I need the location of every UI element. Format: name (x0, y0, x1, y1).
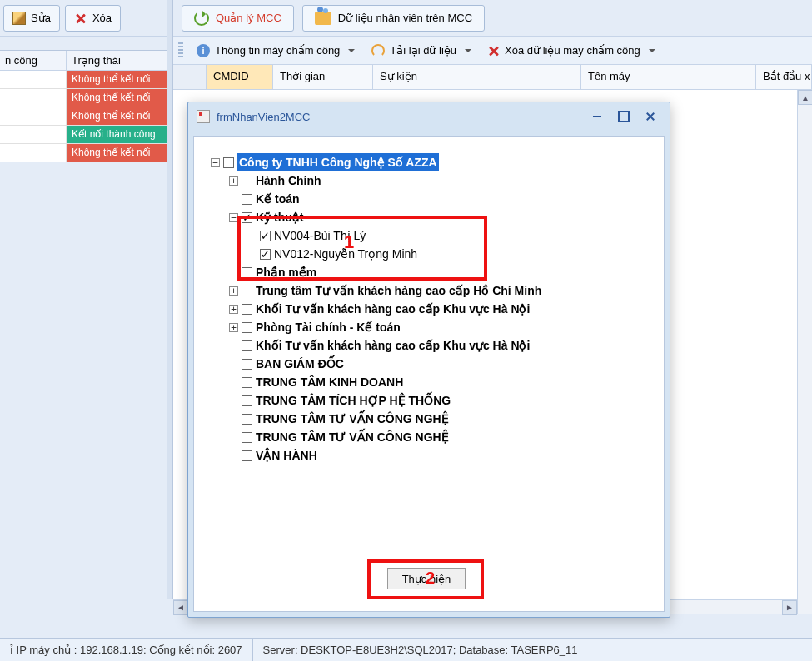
toolbar-grip[interactable] (178, 42, 183, 59)
status-cell (0, 107, 67, 126)
device-info-button[interactable]: Thông tin máy chấm công (190, 42, 361, 60)
checkbox[interactable] (242, 395, 252, 406)
maximize-button[interactable] (613, 108, 635, 125)
manage-mcc-button[interactable]: Quản lý MCC (182, 5, 294, 32)
checkbox[interactable] (242, 194, 252, 205)
checkbox[interactable] (223, 157, 234, 168)
checkbox[interactable] (242, 267, 252, 278)
checkbox[interactable] (242, 286, 252, 296)
tree-node[interactable]: VẬN HÀNH (211, 446, 647, 465)
expand-icon[interactable]: + (229, 323, 238, 332)
info-icon (197, 44, 210, 57)
clear-data-button[interactable]: Xóa dữ liệu máy chấm công (481, 42, 662, 59)
status-row[interactable]: Không thể kết nối (0, 71, 167, 89)
status-row[interactable]: Không thể kết nối (0, 144, 167, 162)
checkbox[interactable] (242, 377, 252, 388)
grid-col-start[interactable]: Bắt đầu x (756, 65, 812, 89)
status-bar: ỉ IP máy chủ : 192.168.1.19: Cổng kết nố… (0, 638, 812, 661)
tree-label: NV004-Bùi Thị Lý (274, 226, 366, 245)
status-row[interactable]: Không thể kết nối (0, 89, 167, 107)
checkbox[interactable] (242, 432, 252, 443)
grid-col-cmdid[interactable]: CMDID (207, 65, 273, 89)
expand-icon[interactable]: + (229, 286, 238, 296)
status-cell (0, 89, 67, 107)
checkbox[interactable] (242, 340, 252, 351)
status-grid-header: n công Trạng thái (0, 51, 167, 71)
execute-button[interactable]: Thực hiện (387, 568, 466, 589)
tree-node-employee[interactable]: NV012-Nguyễn Trọng Minh (211, 245, 647, 263)
delete-icon (74, 12, 87, 25)
vertical-splitter[interactable] (167, 0, 173, 599)
tree-label: Kỹ thuật (256, 208, 303, 226)
status-col2[interactable]: Trạng thái (67, 51, 167, 70)
device-info-label: Thông tin máy chấm công (215, 44, 340, 57)
minimize-button[interactable] (586, 108, 608, 125)
users-icon (315, 12, 331, 25)
status-grid: n công Trạng thái Không thể kết nốiKhông… (0, 50, 167, 162)
status-row[interactable]: Không thể kết nối (0, 107, 167, 126)
grid-col-event[interactable]: Sự kiện (373, 65, 581, 89)
grid-col-time[interactable]: Thời gian (273, 65, 373, 89)
collapse-icon[interactable]: − (211, 158, 220, 167)
checkbox[interactable] (242, 176, 252, 186)
scroll-right-icon[interactable]: ► (782, 600, 797, 615)
checkbox[interactable] (260, 231, 271, 241)
tree-node[interactable]: Khối Tư vấn khách hàng cao cấp Khu vực H… (211, 336, 647, 355)
tree-label: Khối Tư vấn khách hàng cao cấp Khu vực H… (256, 300, 530, 318)
status-row[interactable]: Kết nối thành công (0, 126, 167, 144)
tree-node[interactable]: TRUNG TÂM TƯ VẤN CÔNG NGHỆ (211, 428, 647, 446)
tree-node[interactable]: Phần mềm (211, 263, 647, 281)
dialog-titlebar[interactable]: frmNhanVien2MCC (188, 102, 670, 131)
expand-icon[interactable]: + (229, 305, 238, 314)
tree-node[interactable]: + Phòng Tài chính - Kế toán (211, 318, 647, 336)
checkbox[interactable] (260, 249, 271, 260)
checkbox[interactable] (242, 359, 252, 370)
tree-node-kythuat[interactable]: − Kỹ thuật (211, 208, 647, 226)
edit-button[interactable]: Sửa (3, 5, 60, 32)
tree-label: TRUNG TÂM TÍCH HỢP HỆ THỐNG (256, 391, 451, 410)
checkbox[interactable] (242, 450, 252, 461)
tree-node-employee[interactable]: NV004-Bùi Thị Lý (211, 226, 647, 245)
close-button[interactable] (640, 108, 661, 125)
tree-label: Hành Chính (256, 171, 321, 190)
tree-node[interactable]: TRUNG TÂM TƯ VẤN CÔNG NGHỆ (211, 410, 647, 428)
scroll-up-icon[interactable]: ▲ (798, 90, 812, 105)
chevron-down-icon (649, 49, 655, 56)
status-segment-ip: ỉ IP máy chủ : 192.168.1.19: Cổng kết nố… (0, 639, 253, 661)
edit-label: Sửa (31, 12, 51, 24)
grid-col-selector[interactable] (173, 65, 207, 89)
checkbox[interactable] (242, 322, 252, 333)
collapse-icon[interactable]: − (229, 213, 238, 222)
reload-data-label: Tải lại dữ liệu (390, 44, 456, 57)
checkbox[interactable] (242, 414, 252, 425)
tree-label: Trung tâm Tư vấn khách hàng cao cấp Hồ C… (256, 281, 541, 300)
form-icon (197, 110, 210, 123)
employee-data-mcc-button[interactable]: Dữ liệu nhân viên trên MCC (302, 5, 485, 32)
grid-col-machine[interactable]: Tên máy (581, 65, 756, 89)
tree-node[interactable]: + Khối Tư vấn khách hàng cao cấp Khu vực… (211, 300, 647, 318)
tree-node[interactable]: TRUNG TÂM TÍCH HỢP HỆ THỐNG (211, 391, 647, 410)
status-segment-server: Server: DESKTOP-E8UE3H2\SQL2017; Databas… (253, 639, 812, 661)
tree-node[interactable]: BAN GIÁM ĐỐC (211, 355, 647, 373)
status-cell (0, 126, 67, 144)
tree-node[interactable]: TRUNG TÂM KINH DOANH (211, 373, 647, 391)
tree-node[interactable]: Kế toán (211, 190, 647, 208)
tree-node[interactable]: + Trung tâm Tư vấn khách hàng cao cấp Hồ… (211, 281, 647, 300)
expand-icon[interactable]: + (229, 176, 238, 186)
tree-node[interactable]: + Hành Chính (211, 171, 647, 190)
status-cell: Không thể kết nối (67, 144, 167, 162)
tree-node-root[interactable]: − Công ty TNHH Công Nghệ Số AZZA (211, 153, 647, 171)
tree-label: TRUNG TÂM KINH DOANH (256, 373, 403, 391)
reload-data-button[interactable]: Tải lại dữ liệu (365, 42, 478, 60)
scroll-left-icon[interactable]: ◄ (173, 600, 188, 615)
status-col1[interactable]: n công (0, 51, 67, 70)
right-toolbar-2: Thông tin máy chấm công Tải lại dữ liệu … (173, 37, 812, 65)
delete-label: Xóa (92, 12, 112, 24)
vertical-scrollbar[interactable]: ▲ (797, 90, 812, 614)
employee-to-mcc-dialog: frmNhanVien2MCC − Công ty TNHH Công Nghệ… (187, 102, 670, 618)
tree-label: Khối Tư vấn khách hàng cao cấp Khu vực H… (256, 336, 530, 355)
checkbox[interactable] (242, 304, 252, 315)
reload-icon (371, 44, 385, 57)
checkbox[interactable] (242, 212, 252, 223)
delete-button[interactable]: Xóa (65, 5, 121, 32)
